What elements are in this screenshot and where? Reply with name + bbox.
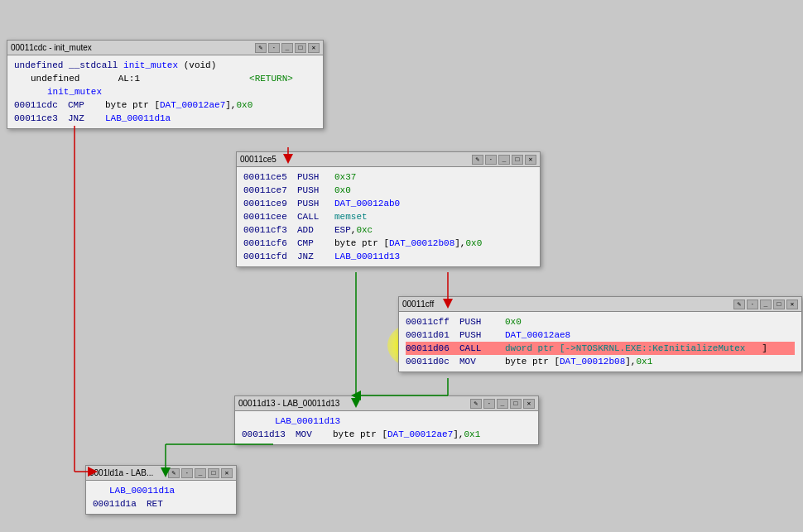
push-0-cff: 00011cff PUSH 0x0	[406, 315, 795, 328]
window-controls-init-mutex: ✎ · _ □ ✕	[255, 43, 320, 53]
push-ae8: 00011d01 PUSH DAT_00012ae8	[406, 328, 795, 342]
initname-line: init_mutex	[14, 85, 316, 98]
restore-btn-d13[interactable]: □	[510, 399, 522, 409]
func-name: init_mutex	[123, 59, 178, 72]
window-content-ce5: 00011ce5 PUSH 0x37 00011ce7 PUSH 0x0 000…	[237, 167, 540, 266]
pin-btn-ce5[interactable]: ·	[485, 155, 497, 165]
mov-b08: 00011d0c MOV byte ptr [DAT_00012b08 ],0x…	[406, 355, 795, 368]
pin-btn-cff[interactable]: ·	[747, 300, 758, 309]
edit-btn-d1a[interactable]: ✎	[168, 468, 180, 478]
close-btn-init[interactable]: ✕	[308, 43, 320, 53]
close-btn-cff[interactable]: ✕	[786, 300, 798, 309]
restore-btn-ce5[interactable]: □	[512, 155, 523, 165]
return-line: undefined AL:1 <RETURN>	[14, 72, 316, 85]
window-init-mutex[interactable]: 00011cdc - init_mutex ✎ · _ □ ✕ undefine…	[7, 40, 324, 129]
window-content-cff: 00011cff PUSH 0x0 00011d01 PUSH DAT_0001…	[399, 312, 801, 371]
window-content-d1a: LAB_00011d1a 00011d1a RET	[86, 481, 236, 514]
stdcall-kw: __stdcall	[69, 59, 118, 72]
window-title-cff: 00011cff ✎ · _ □ ✕	[399, 297, 801, 312]
push-0: 00011ce7 PUSH 0x0	[243, 184, 533, 197]
title-text-d1a: 0001ld1a - LAB...	[89, 468, 153, 477]
call-memset: 00011cee CALL memset	[243, 210, 533, 223]
window-title-d13: 00011d13 - LAB_00011d13 ✎ · _ □ ✕	[235, 396, 538, 411]
min-btn-ce5[interactable]: _	[498, 155, 510, 165]
restore-btn-init[interactable]: □	[295, 43, 306, 53]
title-text-ce5: 00011ce5	[240, 155, 276, 164]
label-d13: LAB_00011d13	[242, 415, 531, 428]
window-controls-d13: ✎ · _ □ ✕	[470, 399, 535, 409]
close-btn-d1a[interactable]: ✕	[221, 468, 233, 478]
jnz-d13: 00011cfd JNZ LAB_00011d13	[243, 250, 533, 263]
min-btn-cff[interactable]: _	[760, 300, 772, 309]
sig-line: undefined __stdcall init_mutex (void)	[14, 59, 316, 72]
edit-btn-ce5[interactable]: ✎	[472, 155, 483, 165]
title-text-cff: 00011cff	[402, 300, 434, 309]
title-text-d13: 00011d13 - LAB_00011d13	[238, 399, 339, 408]
cmp-b08: 00011cf6 CMP byte ptr [DAT_00012b08 ],0x…	[243, 237, 533, 250]
min-btn-init[interactable]: _	[281, 43, 293, 53]
func-params: (void)	[178, 59, 216, 72]
edit-btn-cff[interactable]: ✎	[733, 300, 745, 309]
restore-btn-cff[interactable]: □	[773, 300, 785, 309]
restore-btn-d1a[interactable]: □	[208, 468, 219, 478]
undefined-kw: undefined	[14, 59, 63, 72]
window-content-init-mutex: undefined __stdcall init_mutex (void) un…	[7, 55, 323, 128]
window-block-cff[interactable]: 00011cff ✎ · _ □ ✕ 00011cff PUSH 0x0 000…	[398, 296, 802, 372]
window-title-d1a: 0001ld1a - LAB... ✎ · _ □ ✕	[86, 466, 236, 481]
add-esp: 00011cf3 ADD ESP,0xc	[243, 223, 533, 237]
edit-btn-init[interactable]: ✎	[255, 43, 267, 53]
min-btn-d13[interactable]: _	[497, 399, 508, 409]
call-ntoskrnl: 00011d06 CALL dword ptr [->NTOSKRNL.EXE:…	[406, 342, 795, 355]
window-block-ce5[interactable]: 00011ce5 ✎ · _ □ ✕ 00011ce5 PUSH 0x37 00…	[236, 151, 541, 267]
window-title-ce5: 00011ce5 ✎ · _ □ ✕	[237, 152, 540, 167]
window-content-d13: LAB_00011d13 00011d13 MOV byte ptr [DAT_…	[235, 411, 538, 444]
window-title-init-mutex: 00011cdc - init_mutex ✎ · _ □ ✕	[7, 41, 323, 55]
push-dat: 00011ce9 PUSH DAT_00012ab0	[243, 197, 533, 210]
window-block-d1a[interactable]: 0001ld1a - LAB... ✎ · _ □ ✕ LAB_00011d1a…	[85, 465, 237, 515]
min-btn-d1a[interactable]: _	[195, 468, 206, 478]
window-controls-cff: ✎ · _ □ ✕	[733, 300, 798, 309]
ret-line: 00011d1a RET	[93, 497, 229, 510]
edit-btn-d13[interactable]: ✎	[470, 399, 482, 409]
push-37: 00011ce5 PUSH 0x37	[243, 170, 533, 184]
pin-btn-init[interactable]: ·	[268, 43, 280, 53]
label-d1a: LAB_00011d1a	[93, 484, 229, 497]
cmp-line: 00011cdc CMP byte ptr [DAT_00012ae7 ],0x…	[14, 98, 316, 112]
window-controls-d1a: ✎ · _ □ ✕	[168, 468, 233, 478]
window-controls-ce5: ✎ · _ □ ✕	[472, 155, 536, 165]
title-text-init-mutex: 00011cdc - init_mutex	[11, 43, 92, 52]
mov-ae7: 00011d13 MOV byte ptr [DAT_00012ae7 ],0x…	[242, 428, 531, 441]
window-block-d13[interactable]: 00011d13 - LAB_00011d13 ✎ · _ □ ✕ LAB_00…	[234, 395, 539, 445]
pin-btn-d13[interactable]: ·	[483, 399, 495, 409]
pin-btn-d1a[interactable]: ·	[181, 468, 193, 478]
jnz-line-1: 00011ce3 JNZ LAB_00011d1a	[14, 112, 316, 125]
close-btn-ce5[interactable]: ✕	[525, 155, 536, 165]
close-btn-d13[interactable]: ✕	[523, 399, 535, 409]
